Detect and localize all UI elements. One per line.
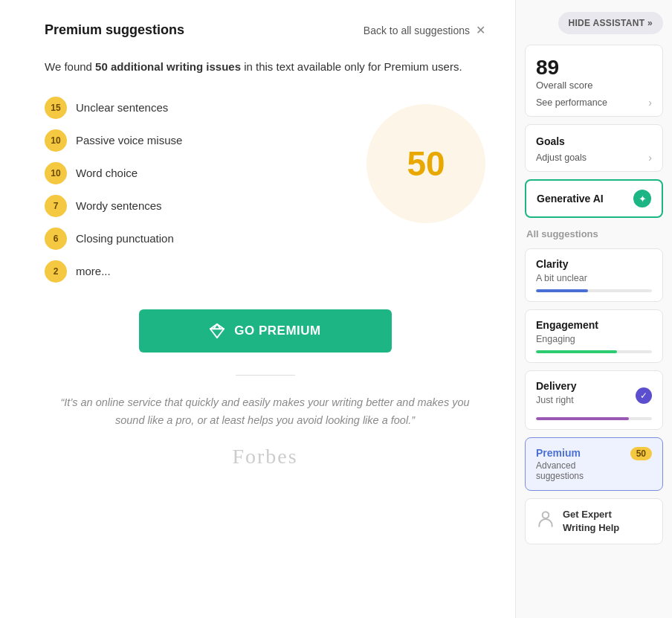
- delivery-row: Delivery Just right ✓: [536, 380, 652, 411]
- right-panel: HIDE ASSISTANT » 89 Overall score See pe…: [516, 0, 672, 618]
- clarity-status: A bit unclear: [536, 273, 652, 283]
- forbes-logo: Forbes: [45, 445, 485, 469]
- clarity-title: Clarity: [536, 258, 652, 270]
- intro-suffix: in this text available only for Premium …: [241, 60, 462, 73]
- list-item: 15 Unclear sentences: [45, 97, 352, 119]
- delivery-info: Delivery Just right: [536, 380, 636, 411]
- expert-text: Get Expert Writing Help: [563, 508, 619, 535]
- svg-marker-0: [210, 324, 224, 337]
- hide-assistant-button[interactable]: HIDE ASSISTANT »: [558, 12, 663, 34]
- hide-assistant-label: HIDE ASSISTANT »: [569, 18, 653, 28]
- issue-badge: 10: [45, 162, 67, 184]
- all-suggestions-label: All suggestions: [525, 225, 663, 241]
- premium-title: Premium: [536, 447, 624, 459]
- issue-label: Wordy sentences: [76, 199, 162, 212]
- quote-text: “It’s an online service that quickly and…: [45, 393, 485, 430]
- clarity-progress-bar: [536, 289, 652, 292]
- list-item: 7 Wordy sentences: [45, 195, 352, 217]
- delivery-progress-fill: [536, 417, 629, 420]
- engagement-progress-bar: [536, 350, 652, 353]
- list-item: 10 Passive voice misuse: [45, 129, 352, 152]
- close-icon[interactable]: ✕: [476, 23, 485, 37]
- premium-sub: Advanced suggestions: [536, 460, 624, 481]
- intro-prefix: We found: [45, 60, 95, 73]
- list-item: 2 more...: [45, 260, 352, 283]
- score-number: 89: [536, 56, 652, 80]
- issue-badge: 15: [45, 97, 67, 119]
- expert-line1: Get Expert: [563, 509, 612, 520]
- intro-highlight: 50 additional writing issues: [95, 60, 241, 73]
- back-link[interactable]: Back to all suggestions ✕: [364, 23, 485, 37]
- chevron-right-icon-goals: ›: [648, 152, 652, 164]
- issue-label: Unclear sentences: [76, 101, 168, 114]
- panel-header: Premium suggestions Back to all suggesti…: [45, 22, 485, 38]
- engagement-progress-fill: [536, 350, 617, 353]
- go-premium-button[interactable]: GO PREMIUM: [139, 309, 392, 353]
- issues-list: 15 Unclear sentences 10 Passive voice mi…: [45, 97, 352, 283]
- big-number: 50: [407, 144, 445, 184]
- go-premium-label: GO PREMIUM: [234, 324, 320, 338]
- intro-text: We found 50 additional writing issues in…: [45, 59, 485, 76]
- delivery-check-icon: ✓: [636, 387, 652, 404]
- engagement-title: Engagement: [536, 319, 652, 331]
- issues-container: 15 Unclear sentences 10 Passive voice mi…: [45, 97, 485, 283]
- diamond-icon: [209, 323, 225, 339]
- panel-title: Premium suggestions: [45, 22, 184, 38]
- clarity-card: Clarity A bit unclear: [525, 248, 663, 302]
- see-performance[interactable]: See performance ›: [536, 97, 652, 109]
- expert-card[interactable]: Get Expert Writing Help: [525, 498, 663, 544]
- issue-label: Closing punctuation: [76, 232, 174, 245]
- chevron-right-icon: ›: [648, 97, 652, 109]
- gen-ai-card[interactable]: Generative AI ✦: [525, 179, 663, 218]
- list-item: 6 Closing punctuation: [45, 228, 352, 250]
- svg-point-4: [543, 512, 549, 518]
- see-performance-text: See performance: [536, 97, 607, 108]
- issue-badge: 10: [45, 129, 67, 152]
- adjust-goals-text: Adjust goals: [536, 152, 587, 163]
- clarity-progress-fill: [536, 289, 588, 292]
- delivery-status: Just right: [536, 395, 636, 405]
- issue-badge: 7: [45, 195, 67, 217]
- delivery-card: Delivery Just right ✓: [525, 370, 663, 430]
- premium-info: Premium Advanced suggestions: [536, 447, 624, 481]
- engagement-status: Engaging: [536, 334, 652, 344]
- issue-badge: 2: [45, 260, 67, 283]
- gen-ai-label: Generative AI: [537, 193, 604, 205]
- big-circle: 50: [366, 104, 485, 223]
- divider: [236, 375, 295, 376]
- left-panel: Premium suggestions Back to all suggesti…: [0, 0, 516, 618]
- engagement-card: Engagement Engaging: [525, 309, 663, 363]
- back-link-text: Back to all suggestions: [364, 25, 470, 36]
- goals-card: Goals Adjust goals ›: [525, 124, 663, 172]
- delivery-progress-bar: [536, 417, 652, 420]
- list-item: 10 Word choice: [45, 162, 352, 184]
- issue-label: Word choice: [76, 167, 138, 179]
- gen-ai-icon: ✦: [633, 190, 651, 207]
- delivery-title: Delivery: [536, 380, 636, 392]
- goals-title: Goals: [536, 135, 652, 147]
- score-card: 89 Overall score See performance ›: [525, 45, 663, 117]
- issue-label: Passive voice misuse: [76, 134, 182, 147]
- premium-badge: 50: [630, 447, 652, 460]
- issue-label: more...: [76, 265, 111, 277]
- premium-card[interactable]: Premium Advanced suggestions 50: [525, 437, 663, 491]
- adjust-goals[interactable]: Adjust goals ›: [536, 152, 652, 164]
- score-label: Overall score: [536, 80, 652, 91]
- expert-person-icon: [536, 509, 555, 533]
- issue-badge: 6: [45, 228, 67, 250]
- expert-line2: Writing Help: [563, 522, 619, 533]
